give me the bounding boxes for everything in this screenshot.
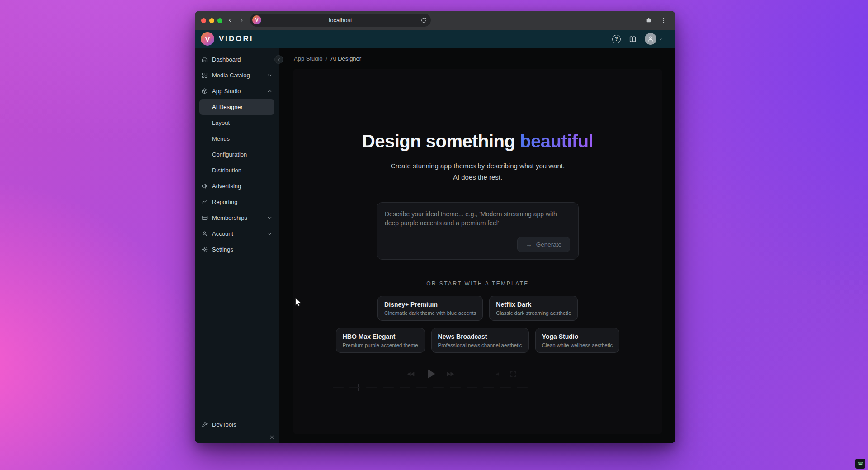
prompt-card: → Generate [377, 202, 579, 260]
logo-letter: V [205, 35, 210, 43]
sidebar-item-distribution[interactable]: Distribution [199, 162, 274, 178]
minimize-window-button[interactable] [209, 18, 214, 23]
user-icon [201, 230, 208, 237]
sidebar-item-menus[interactable]: Menus [199, 131, 274, 147]
subtitle-line2: AI does the rest. [453, 173, 502, 181]
breadcrumb-separator: / [326, 55, 328, 62]
sidebar-item-label: Account [212, 230, 233, 237]
vidori-logo: V [201, 32, 214, 46]
generate-button[interactable]: → Generate [517, 237, 570, 252]
chevron-down-icon [267, 72, 273, 78]
subtitle-line1: Create stunning app themes by describing… [391, 162, 565, 170]
browser-nav [227, 17, 245, 24]
theme-description-input[interactable] [377, 203, 578, 234]
template-card-hbo-max-elegant[interactable]: HBO Max Elegant Premium purple-accented … [336, 328, 425, 353]
sidebar-item-configuration[interactable]: Configuration [199, 147, 274, 162]
sidebar-item-layout[interactable]: Layout [199, 115, 274, 131]
ghost-timeline [333, 387, 528, 388]
sidebar-item-memberships[interactable]: Memberships [195, 210, 279, 226]
app-body: Dashboard Media Catalog App Studio AI De… [195, 48, 675, 443]
reload-button[interactable] [420, 17, 427, 24]
sidebar-item-label: App Studio [212, 88, 241, 95]
rewind-icon [406, 369, 416, 379]
avatar [645, 33, 656, 45]
chevron-down-icon [267, 215, 273, 221]
sidebar-item-account[interactable]: Account [195, 226, 279, 242]
close-window-button[interactable] [201, 18, 206, 23]
browser-menu-icon[interactable] [660, 17, 667, 24]
sidebar-item-ai-designer[interactable]: AI Designer [199, 99, 274, 115]
help-button[interactable]: ? [612, 35, 621, 43]
back-button[interactable] [227, 17, 233, 24]
sidebar-item-advertising[interactable]: Advertising [195, 178, 279, 194]
generate-label: Generate [536, 241, 561, 248]
template-desc: Premium purple-accented theme [343, 342, 418, 348]
template-card-netflix-dark[interactable]: Netflix Dark Classic dark streaming aest… [489, 296, 578, 321]
templates-row-1: Disney+ Premium Cinematic dark theme wit… [293, 296, 662, 321]
chevron-up-icon [267, 88, 273, 94]
sidebar-item-devtools[interactable]: DevTools [195, 417, 279, 432]
template-card-yoga-studio[interactable]: Yoga Studio Clean white wellness aesthet… [535, 328, 620, 353]
sidebar-collapse-button[interactable] [274, 55, 283, 64]
template-card-news-broadcast[interactable]: News Broadcast Professional news channel… [431, 328, 529, 353]
sidebar-item-reporting[interactable]: Reporting [195, 194, 279, 210]
sidebar-item-media-catalog[interactable]: Media Catalog [195, 67, 279, 83]
chevron-down-icon [267, 231, 273, 237]
browser-toolbar: V localhost [195, 11, 675, 30]
user-menu[interactable] [645, 33, 664, 45]
app-header: V VIDORI ? [195, 30, 675, 48]
grid-icon [201, 72, 208, 79]
sidebar-item-label: Memberships [212, 214, 247, 221]
address-bar[interactable]: V localhost [250, 14, 431, 27]
template-name: Netflix Dark [496, 301, 571, 308]
sidebar-item-label: Configuration [212, 151, 247, 158]
megaphone-icon [201, 183, 208, 190]
desktop: V localhost V VIDORI ? [0, 0, 868, 470]
cube-icon [201, 88, 208, 95]
template-desc: Classic dark streaming aesthetic [496, 310, 571, 316]
template-name: HBO Max Elegant [343, 333, 418, 340]
sidebar-close-icon[interactable] [269, 434, 275, 440]
page-title: Design something beautiful [293, 131, 662, 152]
speaker-icon [495, 370, 502, 378]
template-card-disney-premium[interactable]: Disney+ Premium Cinematic dark theme wit… [377, 296, 483, 321]
fast-forward-icon [445, 369, 455, 379]
sidebar-item-label: Media Catalog [212, 72, 250, 79]
play-icon [423, 366, 438, 381]
help-icon: ? [615, 36, 618, 42]
header-actions: ? [612, 33, 670, 45]
template-name: Yoga Studio [542, 333, 613, 340]
fullscreen-icon [509, 370, 517, 378]
ghost-player-controls [406, 366, 517, 381]
forward-button[interactable] [238, 17, 245, 24]
templates-row-2: HBO Max Elegant Premium purple-accented … [293, 328, 662, 353]
title-main: Design something [362, 131, 515, 151]
sidebar-item-settings[interactable]: Settings [195, 242, 279, 257]
window-controls [200, 18, 222, 23]
templates-heading: OR START WITH A TEMPLATE [293, 280, 662, 287]
user-icon [647, 35, 654, 43]
card-icon [201, 214, 208, 221]
extensions-icon[interactable] [645, 17, 652, 24]
sidebar-item-label: Menus [212, 135, 230, 142]
keyboard-indicator[interactable] [855, 459, 865, 469]
sidebar-item-label: DevTools [212, 421, 236, 428]
brand-name: VIDORI [219, 34, 254, 43]
breadcrumb: App Studio / AI Designer [279, 48, 675, 69]
title-accent: beautiful [520, 131, 593, 151]
sidebar-item-label: Advertising [212, 183, 241, 190]
docs-icon[interactable] [628, 35, 637, 43]
chart-icon [201, 199, 208, 205]
breadcrumb-section[interactable]: App Studio [294, 55, 323, 62]
template-desc: Professional news channel aesthetic [438, 342, 522, 348]
sidebar-item-dashboard[interactable]: Dashboard [195, 52, 279, 67]
template-desc: Cinematic dark theme with blue accents [384, 310, 476, 316]
zoom-window-button[interactable] [217, 18, 222, 23]
arrow-right-icon: → [526, 241, 532, 247]
breadcrumb-page: AI Designer [330, 55, 361, 62]
sidebar-item-label: Settings [212, 246, 233, 253]
sidebar-item-app-studio[interactable]: App Studio [195, 83, 279, 99]
template-desc: Clean white wellness aesthetic [542, 342, 613, 348]
chevron-left-icon [277, 57, 281, 62]
home-icon [201, 56, 208, 63]
